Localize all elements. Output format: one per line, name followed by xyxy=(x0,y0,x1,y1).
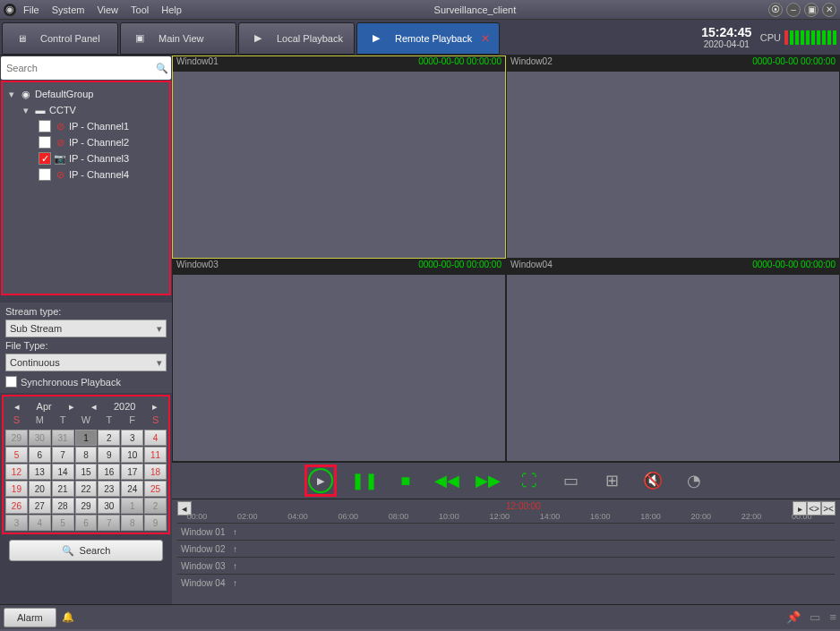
minimize-button[interactable]: – xyxy=(786,3,801,17)
zoom-out-button[interactable]: <> xyxy=(807,501,821,516)
month-next[interactable]: ▸ xyxy=(69,401,74,413)
expand-icon[interactable]: ≡ xyxy=(829,610,836,624)
zoom-in-button[interactable]: >< xyxy=(821,501,836,516)
close-button[interactable]: ✕ xyxy=(822,3,836,17)
menu-view[interactable]: View xyxy=(97,4,118,15)
calendar-day[interactable]: 8 xyxy=(75,447,98,463)
calendar-day[interactable]: 29 xyxy=(5,430,28,446)
search-button[interactable]: 🔍 Search xyxy=(9,540,163,561)
calendar-day[interactable]: 9 xyxy=(98,447,120,463)
calendar-day[interactable]: 24 xyxy=(121,481,143,497)
play-button[interactable]: ▶ xyxy=(304,465,337,497)
calendar-day[interactable]: 30 xyxy=(29,430,51,446)
calendar-day[interactable]: 31 xyxy=(52,430,74,446)
chevron-down-icon[interactable]: ▾ xyxy=(6,89,17,100)
calendar-day[interactable]: 6 xyxy=(75,515,98,531)
calendar-day[interactable]: 22 xyxy=(75,481,98,497)
calendar-day[interactable]: 9 xyxy=(144,515,167,531)
pause-button[interactable]: ❚❚ xyxy=(351,467,378,494)
tab-local-playback[interactable]: ▶ Local Playback xyxy=(238,22,355,55)
grid-view-button[interactable]: ⊞ xyxy=(598,467,625,494)
search-icon[interactable]: 🔍 xyxy=(153,63,171,74)
tab-control-panel[interactable]: 🖥 Control Panel xyxy=(2,22,118,55)
calendar-day[interactable]: 25 xyxy=(144,481,167,497)
calendar-day[interactable]: 13 xyxy=(29,464,51,480)
rewind-button[interactable]: ◀◀ xyxy=(433,467,460,494)
calendar-day[interactable]: 20 xyxy=(29,481,51,497)
pin-icon[interactable]: 📌 xyxy=(786,610,801,624)
alarm-icon[interactable]: 🔔 xyxy=(62,611,74,623)
calendar-day[interactable]: 28 xyxy=(52,498,74,514)
video-window[interactable]: Window030000-00-00 00:00:00 xyxy=(172,259,506,462)
calendar-day[interactable]: 8 xyxy=(121,515,143,531)
tree-channel[interactable]: ⊘ IP - Channel4 xyxy=(4,166,167,183)
chevron-down-icon[interactable]: ▾ xyxy=(21,105,31,116)
calendar-day[interactable]: 12 xyxy=(5,464,28,480)
calendar-day[interactable]: 10 xyxy=(121,447,143,463)
timeline-track[interactable]: Window 01↑ xyxy=(177,523,835,540)
forward-button[interactable]: ▶▶ xyxy=(475,467,501,494)
calendar-day[interactable]: 7 xyxy=(98,515,120,531)
calendar-day[interactable]: 4 xyxy=(144,430,167,446)
tree-channel[interactable]: ⊘ IP - Channel1 xyxy=(4,118,167,134)
calendar-day[interactable]: 27 xyxy=(29,498,51,514)
stop-button[interactable]: ■ xyxy=(392,467,419,494)
calendar-day[interactable]: 3 xyxy=(5,515,28,531)
calendar-day[interactable]: 2 xyxy=(98,430,120,446)
calendar-day[interactable]: 7 xyxy=(52,447,74,463)
tab-main-view[interactable]: ▣ Main View xyxy=(120,22,236,55)
calendar-day[interactable]: 4 xyxy=(29,515,51,531)
file-type-select[interactable]: Continuous ▾ xyxy=(5,354,167,371)
calendar-day[interactable]: 3 xyxy=(121,430,143,446)
tree-device[interactable]: ▾ ▬ CCTV xyxy=(4,102,167,118)
calendar-day[interactable]: 19 xyxy=(5,481,28,497)
calendar-day[interactable]: 29 xyxy=(75,498,98,514)
stream-type-select[interactable]: Sub Stream ▾ xyxy=(5,320,167,337)
channel-checkbox[interactable] xyxy=(39,120,51,132)
tab-close-icon[interactable]: ✕ xyxy=(481,32,490,45)
lock-button[interactable]: ⦿ xyxy=(768,3,783,17)
calendar-day[interactable]: 16 xyxy=(98,464,120,480)
calendar-day[interactable]: 5 xyxy=(5,447,28,463)
calendar-day[interactable]: 30 xyxy=(98,498,120,514)
fullscreen-button[interactable]: ⛶ xyxy=(516,467,543,494)
calendar-day[interactable]: 5 xyxy=(52,515,74,531)
scroll-right-button[interactable]: ▸ xyxy=(793,501,807,516)
calendar-day[interactable]: 1 xyxy=(121,498,143,514)
calendar-day[interactable]: 23 xyxy=(98,481,120,497)
menu-system[interactable]: System xyxy=(52,4,85,15)
channel-checkbox[interactable] xyxy=(39,136,51,149)
maximize-button[interactable]: ▣ xyxy=(804,3,819,17)
snapshot-button[interactable]: ◔ xyxy=(681,467,707,494)
year-next[interactable]: ▸ xyxy=(152,401,158,413)
timeline-track[interactable]: Window 03↑ xyxy=(177,557,835,574)
calendar-day[interactable]: 17 xyxy=(121,464,143,480)
calendar-day[interactable]: 14 xyxy=(52,464,74,480)
calendar-day[interactable]: 15 xyxy=(75,464,98,480)
alarm-button[interactable]: Alarm xyxy=(4,608,56,627)
sync-playback-checkbox[interactable]: Synchronous Playback xyxy=(5,374,167,389)
calendar-day[interactable]: 21 xyxy=(52,481,74,497)
menu-file[interactable]: File xyxy=(23,4,39,15)
menu-tool[interactable]: Tool xyxy=(131,4,149,15)
calendar-day[interactable]: 2 xyxy=(144,498,167,514)
channel-checkbox[interactable] xyxy=(39,152,51,165)
calendar-day[interactable]: 18 xyxy=(144,464,167,480)
mute-button[interactable]: 🔇 xyxy=(639,467,666,494)
search-input[interactable] xyxy=(1,63,153,73)
calendar-day[interactable]: 11 xyxy=(144,447,167,463)
tree-channel[interactable]: 📷 IP - Channel3 xyxy=(4,150,167,166)
calendar-day[interactable]: 1 xyxy=(75,430,98,446)
tab-remote-playback[interactable]: ▶ Remote Playback ✕ xyxy=(356,22,500,55)
video-window[interactable]: Window010000-00-00 00:00:00 xyxy=(172,55,506,259)
single-view-button[interactable]: ▭ xyxy=(557,467,584,494)
year-prev[interactable]: ◂ xyxy=(91,401,97,413)
month-prev[interactable]: ◂ xyxy=(14,401,20,413)
tree-channel[interactable]: ⊘ IP - Channel2 xyxy=(4,134,167,150)
tree-group[interactable]: ▾ ◉ DefaultGroup xyxy=(4,86,167,102)
timeline-track[interactable]: Window 02↑ xyxy=(177,540,835,557)
time-ruler[interactable]: ◂ 12:00:00 00:0002:0004:0006:0008:0010:0… xyxy=(177,501,835,523)
calendar-day[interactable]: 26 xyxy=(5,498,28,514)
video-window[interactable]: Window020000-00-00 00:00:00 xyxy=(506,55,840,259)
menu-help[interactable]: Help xyxy=(161,4,182,15)
